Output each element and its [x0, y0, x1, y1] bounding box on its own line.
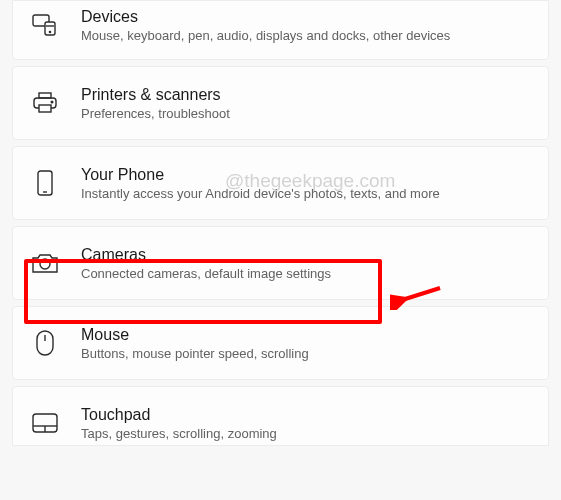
devices-icon	[31, 11, 59, 39]
item-text: Devices Mouse, keyboard, pen, audio, dis…	[81, 8, 450, 43]
settings-item-printers[interactable]: Printers & scanners Preferences, trouble…	[12, 66, 549, 140]
item-text: Cameras Connected cameras, default image…	[81, 246, 331, 281]
settings-item-touchpad[interactable]: Touchpad Taps, gestures, scrolling, zoom…	[12, 386, 549, 446]
item-text: Touchpad Taps, gestures, scrolling, zoom…	[81, 406, 277, 441]
settings-item-devices[interactable]: Devices Mouse, keyboard, pen, audio, dis…	[12, 0, 549, 60]
item-desc: Taps, gestures, scrolling, zooming	[81, 426, 277, 441]
settings-list: Devices Mouse, keyboard, pen, audio, dis…	[0, 0, 561, 446]
svg-rect-11	[37, 331, 53, 355]
settings-item-your-phone[interactable]: Your Phone Instantly access your Android…	[12, 146, 549, 220]
item-title: Mouse	[81, 326, 309, 344]
phone-icon	[31, 169, 59, 197]
item-desc: Preferences, troubleshoot	[81, 106, 230, 121]
item-desc: Mouse, keyboard, pen, audio, displays an…	[81, 28, 450, 43]
item-desc: Buttons, mouse pointer speed, scrolling	[81, 346, 309, 361]
settings-item-cameras[interactable]: Cameras Connected cameras, default image…	[12, 226, 549, 300]
camera-icon	[31, 249, 59, 277]
settings-item-mouse[interactable]: Mouse Buttons, mouse pointer speed, scro…	[12, 306, 549, 380]
mouse-icon	[31, 329, 59, 357]
svg-rect-6	[39, 105, 51, 112]
svg-point-10	[40, 259, 50, 269]
item-title: Printers & scanners	[81, 86, 230, 104]
item-title: Your Phone	[81, 166, 440, 184]
printer-icon	[31, 89, 59, 117]
svg-rect-4	[39, 93, 51, 98]
svg-point-7	[51, 101, 53, 103]
item-title: Touchpad	[81, 406, 277, 424]
item-desc: Instantly access your Android device's p…	[81, 186, 440, 201]
svg-point-3	[49, 31, 50, 32]
item-text: Printers & scanners Preferences, trouble…	[81, 86, 230, 121]
item-desc: Connected cameras, default image setting…	[81, 266, 331, 281]
item-title: Devices	[81, 8, 450, 26]
touchpad-icon	[31, 409, 59, 437]
item-text: Mouse Buttons, mouse pointer speed, scro…	[81, 326, 309, 361]
item-title: Cameras	[81, 246, 331, 264]
item-text: Your Phone Instantly access your Android…	[81, 166, 440, 201]
